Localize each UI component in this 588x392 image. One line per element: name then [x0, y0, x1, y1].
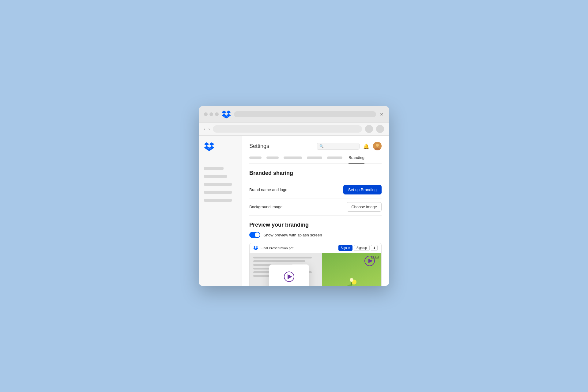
nav-avatar-circle	[365, 125, 373, 133]
close-button[interactable]: ✕	[379, 112, 384, 117]
preview-title: Preview your branding	[249, 222, 382, 228]
svg-point-1	[376, 144, 379, 147]
search-icon: 🔍	[319, 144, 324, 148]
modal-logo	[283, 271, 295, 283]
toggle-label: Show preview with splash screen	[263, 233, 322, 237]
address-bar[interactable]	[234, 111, 376, 117]
nav-circle-2	[376, 125, 384, 133]
branded-sharing-title: Branded sharing	[249, 170, 382, 176]
search-box[interactable]: 🔍	[317, 143, 360, 150]
tab-ph-2[interactable]	[266, 156, 279, 159]
brand-name-label: Brand name and logo	[249, 187, 287, 192]
doc-line-1	[253, 257, 312, 258]
flower-decoration	[342, 271, 361, 286]
browser-titlebar: ✕	[199, 106, 389, 123]
sidebar-item-4[interactable]	[204, 191, 232, 194]
tab-branding[interactable]: Branding	[349, 155, 364, 164]
avatar-svg	[373, 142, 382, 150]
svg-marker-10	[288, 274, 292, 279]
settings-title: Settings	[249, 143, 269, 149]
toggle-knob	[255, 232, 260, 237]
sidebar-item-3[interactable]	[204, 183, 232, 186]
svg-marker-8	[368, 259, 373, 263]
tab-ph-3[interactable]	[284, 156, 302, 159]
doc-line-2	[253, 260, 305, 262]
dropbox-logo	[222, 110, 231, 119]
avatar-image	[373, 142, 382, 150]
branded-sharing-section: Branded sharing Brand name and logo Set …	[249, 170, 382, 216]
sidebar	[199, 136, 242, 286]
preview-bg-image: Digital	[322, 253, 382, 286]
tab-placeholders	[249, 155, 342, 160]
choose-image-button[interactable]: Choose image	[347, 202, 382, 212]
brand-name-row: Brand name and logo Set up Branding	[249, 181, 382, 198]
tabs-bar: Branding	[249, 155, 382, 164]
splash-modal: Cobalt Circle Digital View	[269, 265, 309, 286]
background-image-row: Background image Choose image	[249, 198, 382, 216]
header-actions: 🔍 🔔	[317, 142, 382, 150]
browser-dot-yellow	[209, 112, 213, 116]
bell-icon[interactable]: 🔔	[363, 143, 369, 149]
browser-dot-red	[204, 112, 208, 116]
preview-db-logo	[253, 246, 258, 250]
preview-action-buttons: Sign in Sign up ⬇	[338, 245, 378, 251]
preview-container: Final Presentation.pdf Sign in Sign up ⬇	[249, 243, 382, 286]
sidebar-item-5[interactable]	[204, 199, 232, 202]
preview-header: Final Presentation.pdf Sign in Sign up ⬇	[250, 243, 381, 253]
svg-point-6	[350, 278, 353, 282]
forward-button[interactable]: ›	[209, 126, 210, 131]
tab-ph-5[interactable]	[327, 156, 342, 159]
setup-branding-button[interactable]: Set up Branding	[343, 185, 382, 194]
preview-download-button[interactable]: ⬇	[371, 245, 378, 251]
sidebar-item-1[interactable]	[204, 167, 224, 170]
sidebar-item-2[interactable]	[204, 175, 227, 178]
bg-image-label: Background image	[249, 205, 282, 209]
preview-section: Preview your branding Show preview with …	[249, 222, 382, 286]
preview-signup-button[interactable]: Sign up	[354, 245, 370, 251]
browser-window: ✕ ‹ ›	[199, 106, 389, 286]
settings-header: Settings 🔍 🔔	[249, 142, 382, 150]
circle-play-icon	[364, 255, 375, 266]
browser-dot-green	[215, 112, 219, 116]
browser-navbar: ‹ ›	[199, 123, 389, 136]
tab-ph-4[interactable]	[307, 156, 322, 159]
main-content: Settings 🔍 🔔	[242, 136, 389, 286]
back-button[interactable]: ‹	[204, 126, 205, 131]
preview-filename: Final Presentation.pdf	[261, 246, 336, 250]
user-avatar[interactable]	[373, 142, 382, 150]
preview-toggle[interactable]	[249, 232, 260, 238]
preview-top-right	[364, 255, 375, 268]
toggle-row: Show preview with splash screen	[249, 232, 382, 238]
preview-signin-button[interactable]: Sign in	[338, 245, 353, 251]
sidebar-dropbox-logo	[204, 142, 214, 151]
url-bar[interactable]	[213, 125, 362, 133]
tab-ph-1[interactable]	[249, 156, 262, 159]
browser-controls	[204, 112, 219, 116]
modal-brand-name: Cobalt Circle Digital	[275, 285, 303, 286]
app-layout: Settings 🔍 🔔	[199, 136, 389, 286]
sidebar-logo	[204, 142, 237, 152]
modal-circle-play-icon	[284, 271, 295, 282]
preview-body: Digital Cobalt Circle Digital	[250, 253, 381, 286]
